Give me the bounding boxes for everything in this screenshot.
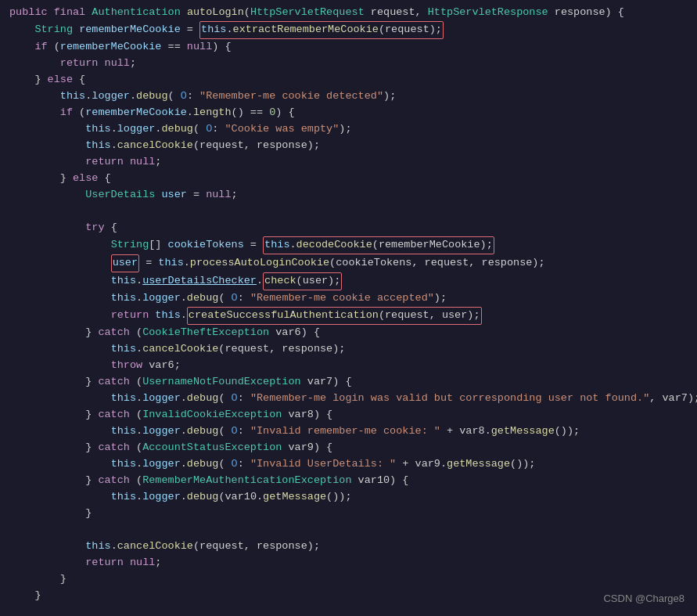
code-line-19: return this.createSuccessfulAuthenticati…: [0, 307, 697, 325]
highlight-create-auth: createSuccessfulAuthentication(request, …: [187, 307, 482, 325]
code-line-6: this.logger.debug( O: "Remember-me cooki…: [0, 88, 697, 105]
code-line-33: this.cancelCookie(request, response);: [0, 539, 697, 555]
code-line-23: } catch (UsernameNotFoundException var7)…: [0, 374, 697, 391]
code-viewer: public final Authentication autoLogin(Ht…: [0, 0, 697, 616]
code-line-34: return null;: [0, 555, 697, 571]
code-line-11: } else {: [0, 171, 697, 187]
code-line-20: } catch (CookieTheftException var6) {: [0, 325, 697, 341]
code-line-29: } catch (RememberMeAuthenticationExcepti…: [0, 473, 697, 489]
code-line-16: user = this.processAutoLoginCookie(cooki…: [0, 254, 697, 272]
highlight-user: user: [111, 254, 139, 272]
code-line-26: this.logger.debug( O: "Invalid remember-…: [0, 423, 697, 440]
code-line-18: this.logger.debug( O: "Remember-me cooki…: [0, 290, 697, 307]
code-line-10: return null;: [0, 154, 697, 171]
code-line-21: this.cancelCookie(request, response);: [0, 341, 697, 358]
code-line-17: this.userDetailsChecker.check(user);: [0, 272, 697, 290]
code-line-5: } else {: [0, 72, 697, 88]
code-line-3: if (rememberMeCookie == null) {: [0, 39, 697, 56]
code-line-36: }: [0, 588, 697, 604]
code-line-25: } catch (InvalidCookieException var8) {: [0, 407, 697, 423]
code-line-35: }: [0, 571, 697, 588]
code-line-4: return null;: [0, 56, 697, 72]
watermark: CSDN @Charge8: [603, 591, 684, 607]
code-line-32: [0, 522, 697, 539]
code-line-15: String[] cookieTokens = this.decodeCooki…: [0, 236, 697, 254]
code-line-30: this.logger.debug(var10.getMessage());: [0, 489, 697, 506]
highlight-decode: this.decodeCookie(rememberMeCookie);: [263, 236, 494, 254]
code-line-31: }: [0, 506, 697, 522]
code-line-8: this.logger.debug( O: "Cookie was empty"…: [0, 121, 697, 138]
code-line-37: [0, 604, 697, 616]
code-line-22: throw var6;: [0, 358, 697, 374]
code-line-9: this.cancelCookie(request, response);: [0, 138, 697, 154]
code-line-24: this.logger.debug( O: "Remember-me login…: [0, 391, 697, 407]
code-line-27: } catch (AccountStatusException var9) {: [0, 440, 697, 456]
code-line-28: this.logger.debug( O: "Invalid UserDetai…: [0, 456, 697, 473]
code-line-14: try {: [0, 220, 697, 236]
code-line-7: if (rememberMeCookie.length() == 0) {: [0, 105, 697, 121]
highlight-extract: this.extractRememberMeCookie(request);: [199, 21, 444, 39]
code-line-1: public final Authentication autoLogin(Ht…: [0, 5, 697, 21]
code-line-2: String rememberMeCookie = this.extractRe…: [0, 21, 697, 39]
highlight-check: check(user);: [263, 272, 342, 290]
code-line-12: UserDetails user = null;: [0, 187, 697, 204]
code-line-13: [0, 204, 697, 220]
